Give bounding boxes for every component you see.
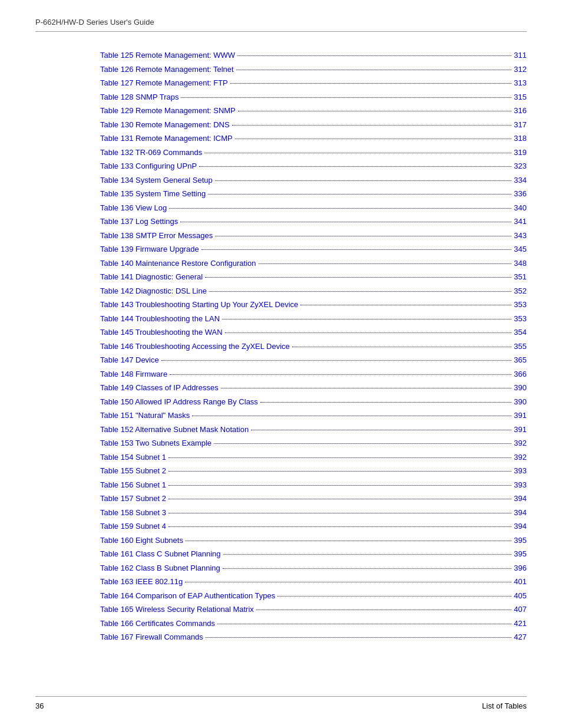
- toc-page-number: 334: [514, 174, 527, 186]
- toc-page-number: 317: [514, 119, 527, 131]
- toc-link[interactable]: Table 138 SMTP Error Messages: [100, 230, 213, 242]
- toc-dots: [186, 541, 511, 541]
- toc-link[interactable]: Table 151 "Natural" Masks: [100, 410, 190, 421]
- toc-page-number: 366: [514, 368, 527, 380]
- toc-link[interactable]: Table 154 Subnet 1: [100, 452, 166, 463]
- toc-dots: [181, 97, 511, 98]
- toc-item: Table 130 Remote Management: DNS317: [100, 119, 527, 131]
- toc-link[interactable]: Table 134 System General Setup: [100, 174, 213, 186]
- toc-dots: [205, 277, 511, 278]
- toc-link[interactable]: Table 157 Subnet 2: [100, 493, 166, 505]
- toc-dots: [259, 263, 512, 264]
- toc-item: Table 144 Troubleshooting the LAN353: [100, 313, 527, 325]
- toc-link[interactable]: Table 137 Log Settings: [100, 216, 178, 228]
- toc-item: Table 127 Remote Management: FTP313: [100, 77, 527, 89]
- toc-link[interactable]: Table 129 Remote Management: SNMP: [100, 105, 236, 117]
- toc-item: Table 137 Log Settings341: [100, 216, 527, 228]
- toc-link[interactable]: Table 130 Remote Management: DNS: [100, 119, 230, 131]
- toc-dots: [199, 166, 511, 167]
- toc-dots: [169, 208, 511, 209]
- toc-dots: [277, 596, 511, 597]
- toc-dots: [235, 139, 512, 139]
- toc-link[interactable]: Table 147 Device: [100, 354, 159, 366]
- toc-item: Table 151 "Natural" Masks391: [100, 410, 527, 421]
- toc-link[interactable]: Table 159 Subnet 4: [100, 521, 166, 532]
- toc-link[interactable]: Table 156 Subnet 1: [100, 479, 166, 491]
- toc-dots: [232, 125, 512, 126]
- toc-page-number: 352: [514, 285, 527, 297]
- toc-page-number: 395: [514, 535, 527, 546]
- toc-page-number: 353: [514, 299, 527, 311]
- toc-link[interactable]: Table 140 Maintenance Restore Configurat…: [100, 258, 256, 269]
- toc-item: Table 165 Wireless Security Relational M…: [100, 604, 527, 615]
- toc-link[interactable]: Table 125 Remote Management: WWW: [100, 50, 235, 61]
- toc-link[interactable]: Table 150 Allowed IP Address Range By Cl…: [100, 396, 258, 408]
- toc-dots: [251, 430, 511, 430]
- toc-page-number: 354: [514, 327, 527, 338]
- toc-link[interactable]: Table 145 Troubleshooting the WAN: [100, 327, 223, 338]
- toc-dots: [168, 485, 511, 486]
- toc-link[interactable]: Table 146 Troubleshooting Accessing the …: [100, 341, 290, 353]
- toc-item: Table 134 System General Setup334: [100, 174, 527, 186]
- toc-link[interactable]: Table 158 Subnet 3: [100, 507, 166, 519]
- toc-page-number: 311: [514, 50, 527, 61]
- toc-page-number: 392: [514, 437, 527, 449]
- toc-dots: [237, 55, 511, 56]
- footer-page-number: 36: [35, 701, 44, 710]
- toc-page-number: 396: [514, 562, 527, 574]
- toc-dots: [292, 347, 511, 347]
- toc-item: Table 131 Remote Management: ICMP318: [100, 133, 527, 144]
- toc-page-number: 340: [514, 202, 527, 214]
- toc-link[interactable]: Table 131 Remote Management: ICMP: [100, 133, 233, 144]
- toc-link[interactable]: Table 126 Remote Management: Telnet: [100, 64, 234, 75]
- toc-link[interactable]: Table 161 Class C Subnet Planning: [100, 548, 221, 560]
- toc-dots: [236, 70, 512, 70]
- toc-item: Table 160 Eight Subnets395: [100, 535, 527, 546]
- toc-link[interactable]: Table 141 Diagnostic: General: [100, 271, 203, 283]
- toc-page-number: 365: [514, 354, 527, 366]
- toc-link[interactable]: Table 148 Firmware: [100, 368, 167, 380]
- toc-link[interactable]: Table 127 Remote Management: FTP: [100, 77, 228, 89]
- toc-dots: [168, 526, 511, 527]
- toc-item: Table 154 Subnet 1392: [100, 452, 527, 463]
- toc-item: Table 156 Subnet 1393: [100, 479, 527, 491]
- toc-page-number: 391: [514, 424, 527, 436]
- toc-dots: [223, 554, 512, 555]
- toc-page-number: 405: [514, 590, 527, 602]
- toc-link[interactable]: Table 163 IEEE 802.11g: [100, 576, 183, 588]
- toc-dots: [209, 291, 511, 292]
- toc-link[interactable]: Table 139 Firmware Upgrade: [100, 243, 199, 255]
- toc-item: Table 145 Troubleshooting the WAN354: [100, 327, 527, 338]
- toc-dots: [225, 332, 512, 333]
- toc-link[interactable]: Table 132 TR-069 Commands: [100, 147, 202, 159]
- toc-link[interactable]: Table 128 SNMP Traps: [100, 91, 178, 103]
- toc-link[interactable]: Table 135 System Time Setting: [100, 188, 206, 200]
- toc-link[interactable]: Table 133 Configuring UPnP: [100, 160, 197, 172]
- toc-dots: [215, 180, 512, 181]
- toc-link[interactable]: Table 153 Two Subnets Example: [100, 437, 211, 449]
- toc-item: Table 138 SMTP Error Messages343: [100, 230, 527, 242]
- toc-dots: [300, 305, 511, 305]
- toc-link[interactable]: Table 149 Classes of IP Addresses: [100, 382, 219, 394]
- toc-link[interactable]: Table 144 Troubleshooting the LAN: [100, 313, 220, 325]
- footer-section-label: List of Tables: [482, 701, 527, 710]
- toc-link[interactable]: Table 152 Alternative Subnet Mask Notati…: [100, 424, 249, 436]
- toc-link[interactable]: Table 142 Diagnostic: DSL Line: [100, 285, 207, 297]
- toc-item: Table 146 Troubleshooting Accessing the …: [100, 341, 527, 353]
- toc-item: Table 143 Troubleshooting Starting Up Yo…: [100, 299, 527, 311]
- toc-link[interactable]: Table 155 Subnet 2: [100, 465, 166, 477]
- toc-link[interactable]: Table 136 View Log: [100, 202, 167, 214]
- toc-item: Table 159 Subnet 4394: [100, 521, 527, 532]
- toc-link[interactable]: Table 143 Troubleshooting Starting Up Yo…: [100, 299, 298, 311]
- toc-link[interactable]: Table 166 Certificates Commands: [100, 618, 215, 630]
- toc-dots: [185, 582, 511, 582]
- toc-dots: [217, 624, 511, 624]
- toc-link[interactable]: Table 165 Wireless Security Relational M…: [100, 604, 254, 615]
- toc-link[interactable]: Table 164 Comparison of EAP Authenticati…: [100, 590, 275, 602]
- toc-item: Table 142 Diagnostic: DSL Line352: [100, 285, 527, 297]
- toc-link[interactable]: Table 167 Firewall Commands: [100, 631, 203, 643]
- toc-link[interactable]: Table 160 Eight Subnets: [100, 535, 183, 546]
- toc-page-number: 394: [514, 493, 527, 505]
- toc-dots: [208, 194, 511, 195]
- toc-link[interactable]: Table 162 Class B Subnet Planning: [100, 562, 220, 574]
